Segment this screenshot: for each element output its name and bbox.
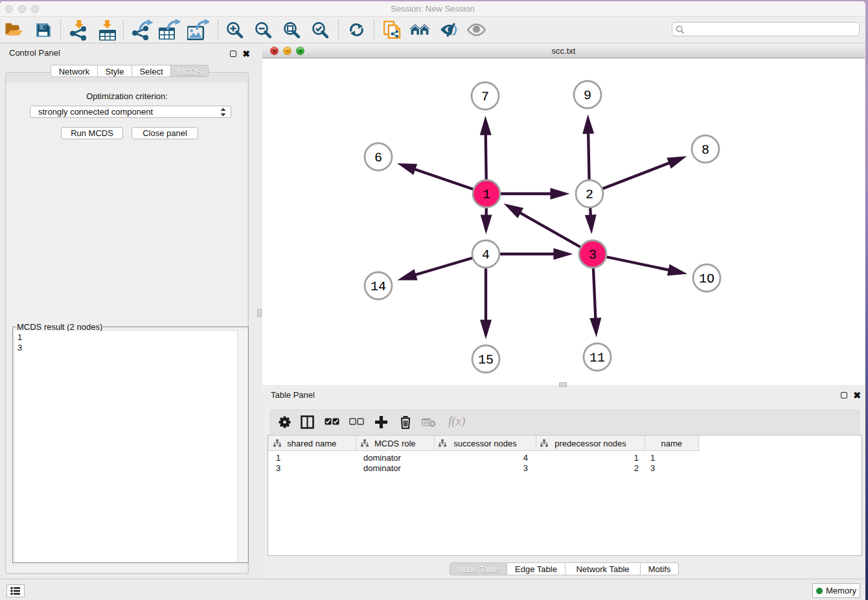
svg-text:9: 9 (584, 89, 591, 104)
svg-text:1O: 1O (699, 272, 714, 287)
svg-text:4: 4 (482, 248, 490, 263)
svg-text:11: 11 (589, 351, 605, 366)
svg-text:7: 7 (481, 90, 489, 105)
svg-text:15: 15 (478, 353, 494, 368)
svg-text:14: 14 (371, 280, 386, 295)
svg-text:2: 2 (586, 188, 593, 203)
svg-text:3: 3 (589, 248, 597, 263)
svg-text:8: 8 (702, 143, 709, 158)
svg-text:1: 1 (483, 188, 490, 203)
svg-text:6: 6 (374, 151, 382, 166)
